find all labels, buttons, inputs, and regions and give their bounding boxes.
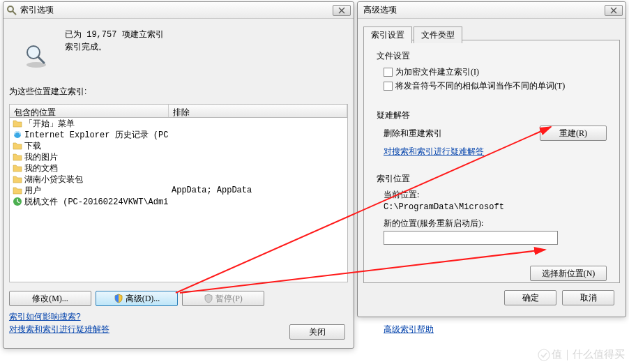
search-icon bbox=[6, 5, 17, 16]
current-location-label: 当前位置: bbox=[384, 189, 607, 201]
pause-button[interactable]: 暂停(P) bbox=[182, 291, 264, 306]
locations-list[interactable]: 「开始」菜单Internet Explorer 历史记录 (PC-...下载我的… bbox=[9, 118, 348, 282]
watermark: 值｜什么值得买 bbox=[538, 348, 625, 361]
advanced-button[interactable]: 高级(D)... bbox=[96, 291, 178, 306]
group-troubleshoot: 疑难解答 bbox=[377, 109, 607, 121]
svg-point-0 bbox=[8, 6, 13, 12]
locations-label: 为这些位置建立索引: bbox=[9, 86, 86, 98]
list-item-excl: AppData; AppData bbox=[169, 185, 347, 195]
tab-index-settings[interactable]: 索引设置 bbox=[363, 26, 412, 43]
magnifier-icon bbox=[23, 43, 50, 69]
list-item-name: Internet Explorer 历史记录 (PC-... bbox=[24, 129, 169, 141]
tab-strip: 索引设置 文件类型 bbox=[363, 26, 620, 43]
checkbox-icon bbox=[384, 68, 393, 77]
list-item[interactable]: 「开始」菜单 bbox=[10, 118, 347, 129]
link-trouble[interactable]: 对搜索和索引进行疑难解答 bbox=[9, 323, 109, 335]
rebuild-label: 删除和重建索引 bbox=[384, 128, 442, 139]
help-links: 索引如何影响搜索? 对搜索和索引进行疑难解答 bbox=[9, 310, 109, 335]
list-item-name: 下载 bbox=[24, 140, 41, 152]
button-row: 修改(M)... 高级(D)... 暂停(P) bbox=[9, 291, 264, 306]
list-item-name: 脱机文件 (PC-20160224VKWT\Admin... bbox=[24, 196, 169, 208]
dialog-title: 索引选项 bbox=[20, 4, 333, 16]
advanced-options-dialog: 高级选项 索引设置 文件类型 文件设置 为加密文件建立索引(I) 将发音符号不同… bbox=[357, 1, 626, 317]
list-item-name: 我的图片 bbox=[24, 151, 58, 163]
shield-icon bbox=[114, 294, 123, 303]
close-dialog-button[interactable]: 关闭 bbox=[289, 324, 345, 340]
pause-button-label: 暂停(P) bbox=[215, 293, 243, 305]
list-header: 包含的位置 排除 bbox=[9, 104, 348, 118]
advanced-button-label: 高级(D)... bbox=[126, 293, 160, 305]
current-location-path: C:\ProgramData\Microsoft bbox=[384, 202, 607, 212]
folder-icon bbox=[13, 185, 22, 195]
folder-icon bbox=[13, 152, 22, 162]
offline-icon bbox=[13, 197, 22, 206]
folder-icon bbox=[13, 141, 22, 151]
list-item[interactable]: Internet Explorer 历史记录 (PC-... bbox=[10, 129, 347, 140]
watermark-text: 值｜什么值得买 bbox=[552, 348, 625, 361]
close-button[interactable] bbox=[605, 5, 623, 16]
folder-icon bbox=[13, 119, 22, 128]
rebuild-button[interactable]: 重建(R) bbox=[540, 126, 607, 141]
group-file-settings: 文件设置 bbox=[377, 50, 607, 62]
dialog-title: 高级选项 bbox=[361, 4, 605, 16]
indexing-options-dialog: 索引选项 已为 19,757 项建立索引 索引完成。 为这些位置建立索引: 包含… bbox=[3, 1, 354, 349]
shield-icon bbox=[204, 294, 213, 303]
tabs: 索引设置 文件类型 文件设置 为加密文件建立索引(I) 将发音符号不同的相似单词… bbox=[363, 26, 620, 283]
list-item[interactable]: 我的图片 bbox=[10, 151, 347, 162]
list-item-name: 「开始」菜单 bbox=[24, 118, 75, 130]
svg-line-1 bbox=[13, 11, 16, 15]
tab-panel-index: 文件设置 为加密文件建立索引(I) 将发音符号不同的相似单词当作不同的单词(T)… bbox=[363, 40, 620, 283]
cancel-button[interactable]: 取消 bbox=[562, 290, 614, 305]
checkbox-diacritic-label: 将发音符号不同的相似单词当作不同的单词(T) bbox=[395, 80, 565, 92]
status-count: 已为 19,757 项建立索引 bbox=[65, 29, 164, 41]
group-index-location: 索引位置 bbox=[377, 173, 607, 185]
list-item[interactable]: 用户AppData; AppData bbox=[10, 185, 347, 196]
status-block: 已为 19,757 项建立索引 索引完成。 bbox=[65, 29, 164, 54]
col-excluded[interactable]: 排除 bbox=[169, 105, 347, 117]
list-item[interactable]: 脱机文件 (PC-20160224VKWT\Admin... bbox=[10, 196, 347, 207]
list-item[interactable]: 湖南小贷安装包 bbox=[10, 174, 347, 185]
new-location-input[interactable] bbox=[384, 231, 558, 245]
svg-line-4 bbox=[38, 57, 44, 63]
titlebar: 高级选项 bbox=[358, 2, 626, 19]
status-done: 索引完成。 bbox=[65, 41, 164, 54]
check-icon bbox=[538, 349, 550, 361]
checkbox-encrypted-label: 为加密文件建立索引(I) bbox=[395, 66, 479, 78]
modify-button[interactable]: 修改(M)... bbox=[9, 291, 91, 306]
list-item[interactable]: 我的文档 bbox=[10, 162, 347, 174]
link-index-effect[interactable]: 索引如何影响搜索? bbox=[9, 310, 109, 323]
new-location-label: 新的位置(服务重新启动后): bbox=[384, 218, 607, 229]
svg-point-9 bbox=[538, 349, 550, 361]
dialog-buttons: 确定 取消 bbox=[504, 290, 614, 305]
link-advanced-help[interactable]: 高级索引帮助 bbox=[384, 323, 434, 335]
list-item-name: 我的文档 bbox=[24, 162, 58, 174]
folder-icon bbox=[13, 163, 22, 173]
folder-icon bbox=[13, 174, 22, 184]
ok-button[interactable]: 确定 bbox=[504, 290, 556, 305]
close-button[interactable] bbox=[333, 5, 351, 16]
list-item-name: 用户 bbox=[24, 185, 41, 197]
choose-new-location-button[interactable]: 选择新位置(N) bbox=[530, 266, 607, 281]
list-item-name: 湖南小贷安装包 bbox=[24, 174, 83, 185]
rebuild-row: 删除和重建索引 重建(R) bbox=[384, 126, 607, 141]
checkbox-icon bbox=[384, 82, 393, 91]
tab-file-types[interactable]: 文件类型 bbox=[414, 26, 462, 43]
checkbox-diacritic[interactable]: 将发音符号不同的相似单词当作不同的单词(T) bbox=[384, 80, 607, 92]
link-trouble[interactable]: 对搜索和索引进行疑难解答 bbox=[384, 145, 607, 158]
list-item[interactable]: 下载 bbox=[10, 140, 347, 151]
checkbox-encrypted[interactable]: 为加密文件建立索引(I) bbox=[384, 66, 607, 78]
col-included[interactable]: 包含的位置 bbox=[10, 105, 169, 117]
ie-icon bbox=[13, 130, 22, 139]
titlebar: 索引选项 bbox=[3, 2, 354, 19]
